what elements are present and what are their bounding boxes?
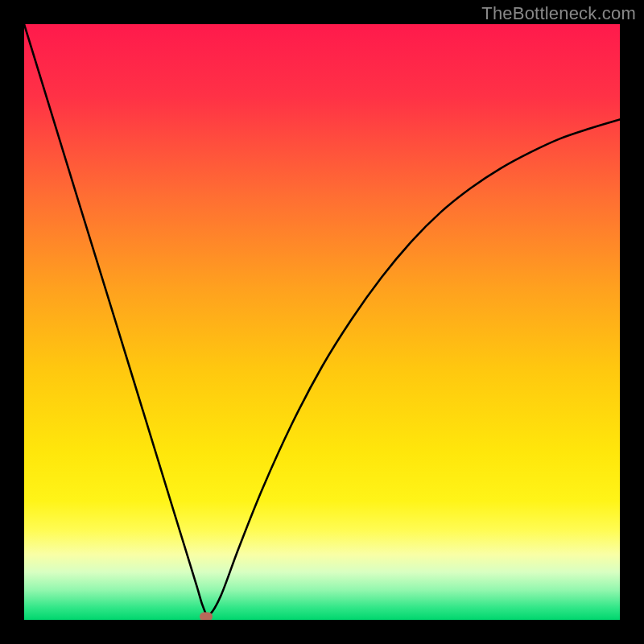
plot-area xyxy=(24,24,620,620)
chart-frame: TheBottleneck.com xyxy=(0,0,644,644)
svg-rect-0 xyxy=(24,24,620,620)
background-gradient xyxy=(24,24,620,620)
watermark-text: TheBottleneck.com xyxy=(481,3,636,24)
minimum-marker xyxy=(200,613,213,620)
